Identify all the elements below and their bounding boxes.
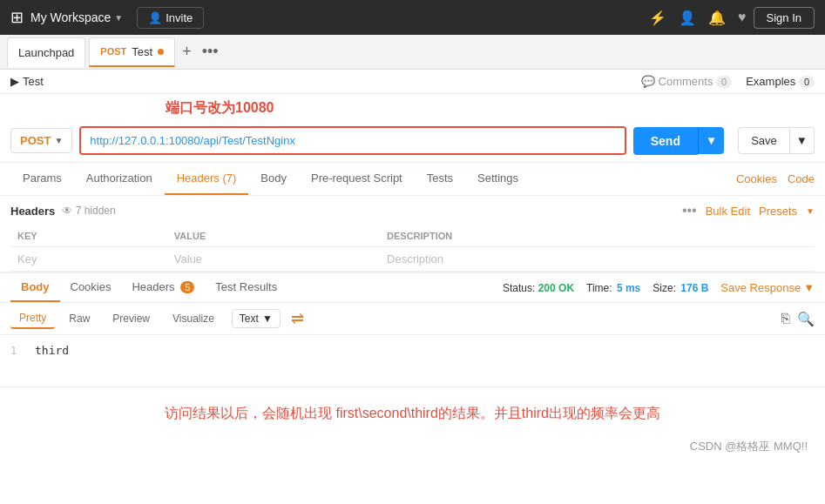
tab-right-links: Cookies Code [736,172,815,185]
save-dropdown-button[interactable]: ▼ [790,127,815,154]
size-label: Size: 176 B [653,282,708,294]
heart-icon[interactable]: ♥ [738,10,747,25]
res-tab-test-results[interactable]: Test Results [205,273,287,302]
url-input-wrapper [79,126,626,155]
time-label: Time: 5 ms [586,282,640,294]
save-button[interactable]: Save [738,127,790,154]
code-line: 1 third [0,342,825,359]
headers-section: Headers 👁 7 hidden ••• Bulk Edit Presets… [0,196,825,272]
key-col-header: KEY [10,225,167,247]
watermark: CSDN @格格巫 MMQ!! [0,432,825,458]
headers-title-row: Headers 👁 7 hidden ••• Bulk Edit Presets… [10,196,815,225]
workspace-label: My Workspace [30,10,111,24]
tab-pre-request[interactable]: Pre-request Script [299,163,415,195]
active-request-tab[interactable]: POST Test [89,37,175,67]
tab-tests[interactable]: Tests [415,163,465,195]
caret-icon: ▶ [10,75,19,88]
headers-title: Headers [10,205,55,218]
res-tab-cookies[interactable]: Cookies [60,273,122,302]
launchpad-label: Launchpad [18,46,74,59]
headers-hidden-count: 👁 7 hidden [62,205,115,217]
modified-dot [158,49,164,55]
status-label: Status: 200 OK [503,282,574,294]
fmt-tab-visualize[interactable]: Visualize [164,309,223,328]
bell-icon[interactable]: 🔔 [708,10,726,26]
wrap-icon[interactable]: ⇌ [291,309,304,328]
response-body: 1 third [0,335,825,387]
grid-icon: ⊞ [10,8,24,27]
res-tab-body[interactable]: Body [10,273,60,302]
method-selector[interactable]: POST ▼ [10,128,72,153]
headers-table: KEY VALUE DESCRIPTION Key Value Descript… [10,225,815,272]
copy-icon[interactable]: ⎘ [781,311,790,327]
nav-icons: ⚡ 👤 🔔 ♥ [649,10,747,26]
value-input-cell[interactable]: Value [167,247,380,272]
collection-bar: ▶ Test 💬 Comments 0 Examples 0 [0,70,825,94]
key-input-cell[interactable]: Key [10,247,167,272]
format-bar: Pretty Raw Preview Visualize Text ▼ ⇌ ⎘ … [0,303,825,335]
code-value: third [35,344,69,357]
bulk-edit-button[interactable]: Bulk Edit [706,205,750,218]
send-dropdown-button[interactable]: ▼ [698,127,724,154]
method-badge: POST [100,46,126,57]
top-nav: ⊞ My Workspace ▼ 👤 Invite ⚡ 👤 🔔 ♥ Sign I… [0,0,825,35]
fmt-tab-preview[interactable]: Preview [104,309,159,328]
format-right-icons: ⎘ 🔍 [781,311,815,327]
text-format-dropdown[interactable]: Text ▼ [232,309,281,328]
tab-headers[interactable]: Headers (7) [165,163,249,195]
launchpad-tab[interactable]: Launchpad [7,37,85,67]
tab-params[interactable]: Params [10,163,74,195]
table-actions: ••• Bulk Edit Presets ▼ [682,203,815,218]
send-button[interactable]: Send [633,127,698,155]
method-chevron-icon: ▼ [54,136,63,145]
collection-name: Test [23,75,44,88]
add-tab-button[interactable]: + [179,43,195,61]
cookies-link[interactable]: Cookies [736,172,777,185]
chevron-down-icon: ▼ [114,13,123,23]
presets-button[interactable]: Presets [759,205,797,218]
examples-label[interactable]: Examples 0 [746,75,815,88]
save-response-chevron-icon: ▼ [803,281,815,294]
save-response-button[interactable]: Save Response ▼ [720,281,815,294]
search-icon[interactable]: 🔍 [797,311,815,327]
tab-name: Test [132,45,152,58]
res-tab-headers[interactable]: Headers 5 [121,273,205,302]
headers-table-header: KEY VALUE DESCRIPTION [10,225,815,247]
description-input-cell[interactable]: Description [380,247,749,272]
signin-button[interactable]: Sign In [754,7,815,29]
tab-body[interactable]: Body [248,163,299,195]
text-format-label: Text [240,312,259,325]
more-options-icon[interactable]: ••• [682,203,697,218]
annotation-2: 访问结果以后，会随机出现 first\second\third的结果。并且thi… [0,387,825,432]
fmt-tab-raw[interactable]: Raw [60,309,98,328]
description-col-header: DESCRIPTION [380,225,749,247]
method-label: POST [20,134,51,147]
tabs-bar: Launchpad POST Test + ••• [0,35,825,70]
response-status-area: Status: 200 OK Time: 5 ms Size: 176 B Sa… [503,281,815,294]
lightning-icon[interactable]: ⚡ [649,10,666,26]
user-icon[interactable]: 👤 [679,10,696,26]
response-tabs-bar: Body Cookies Headers 5 Test Results Stat… [0,272,825,303]
comments-label: 💬 Comments 0 [641,75,732,88]
request-tabs: Params Authorization Headers (7) Body Pr… [0,163,825,196]
workspace-selector[interactable]: My Workspace ▼ [30,10,123,24]
user-plus-icon: 👤 [148,11,162,24]
url-bar: POST ▼ Send ▼ Save ▼ [0,119,825,163]
invite-button[interactable]: 👤 Invite [137,7,204,29]
annotation-1: 端口号改为10080 [0,94,825,119]
tab-authorization[interactable]: Authorization [74,163,165,195]
value-col-header: VALUE [167,225,380,247]
presets-chevron-icon[interactable]: ▼ [806,206,815,216]
more-tabs-button[interactable]: ••• [199,43,222,61]
tab-settings[interactable]: Settings [465,163,531,195]
url-input[interactable] [81,128,624,153]
fmt-tab-pretty[interactable]: Pretty [10,308,55,329]
headers-new-row: Key Value Description [10,247,815,272]
save-button-group: Save ▼ [738,127,815,154]
code-link[interactable]: Code [788,172,815,185]
send-button-group: Send ▼ [633,127,724,155]
line-number: 1 [10,345,35,357]
text-format-chevron-icon: ▼ [262,312,273,325]
